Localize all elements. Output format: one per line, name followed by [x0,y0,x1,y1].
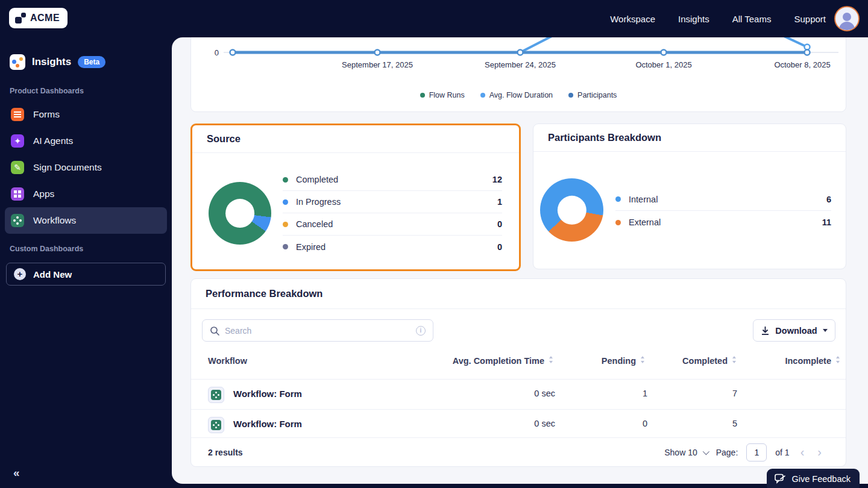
cell-pending: 1 [643,389,647,398]
top-nav: Workspace Insights All Teams Support [610,0,826,37]
plus-icon: + [14,268,26,280]
col-pending[interactable]: Pending [602,356,646,366]
workflows-icon [11,214,24,227]
source-row-in-progress: In Progress 1 [283,191,502,213]
table-header-row: Workflow Avg. Completion Time Pending Co… [191,356,846,379]
show-per-page-dropdown[interactable]: Show 10 [664,448,707,457]
search-box: i [202,319,433,342]
add-new-button[interactable]: + Add New [6,263,166,286]
legend-flow-runs[interactable]: Flow Runs [420,91,465,99]
participants-donut-chart [540,178,603,242]
col-incomplete[interactable]: Incomplete [785,356,841,366]
cell-avg-completion: 0 sec [534,389,555,398]
ai-agents-icon [11,134,24,148]
source-card: Source Completed 12 In Progress 1 Cancel… [190,124,521,271]
source-donut-chart [209,182,271,245]
nav-insights[interactable]: Insights [678,14,709,24]
flow-trends-chart-card: 0 September 17, 2025 September 24, 2025 … [190,37,846,112]
sign-documents-icon [11,161,24,174]
chevron-down-icon [823,329,828,332]
acme-logo-icon [15,13,26,23]
participants-card-title: Participants Breakdown [548,132,661,143]
avg-flow-duration-dot-icon [480,93,485,98]
sidebar-collapse-button[interactable]: « [13,466,20,480]
sidebar-item-forms[interactable]: Forms [5,101,167,128]
download-button[interactable]: Download [753,319,835,342]
acme-logo-text: ACME [30,13,60,23]
cell-completed: 7 [732,389,737,398]
in-progress-dot-icon [283,199,288,205]
sort-icon [835,356,841,364]
apps-icon [11,187,24,201]
nav-all-teams[interactable]: All Teams [732,14,772,24]
source-row-completed: Completed 12 [283,169,502,191]
search-input[interactable] [225,326,410,336]
insights-app-icon [10,54,25,70]
feedback-chat-icon [775,474,786,484]
x-tick-sep17: September 17, 2025 [342,60,413,69]
x-tick-oct1: October 1, 2025 [635,60,691,69]
sidebar-app-header: Insights Beta [0,37,172,76]
info-icon[interactable]: i [416,326,426,336]
y-axis-zero-label: 0 [215,48,219,57]
download-icon [761,326,770,336]
x-tick-oct8: October 8, 2025 [774,60,830,69]
col-completed[interactable]: Completed [682,356,737,366]
col-workflow[interactable]: Workflow [208,356,247,366]
page-number-input[interactable] [746,443,767,461]
legend-participants[interactable]: Participants [568,91,617,99]
workflow-row-icon [208,417,224,433]
acme-logo[interactable]: ACME [9,8,68,28]
table-row[interactable]: Workflow: Form 0 sec 0 5 [191,409,846,439]
pagination: Show 10 Page: of 1 ‹ › [664,443,824,461]
chart-legend: Flow Runs Avg. Flow Duration Participant… [191,91,846,99]
next-page-button[interactable]: › [815,445,824,459]
table-row[interactable]: Workflow: Form 0 sec 1 7 [191,379,846,409]
sidebar: Insights Beta Product Dashboards Forms A… [0,37,172,488]
nav-support[interactable]: Support [794,14,826,24]
x-tick-sep24: September 24, 2025 [485,60,556,69]
main-content: 0 September 17, 2025 September 24, 2025 … [172,37,868,484]
user-avatar[interactable] [834,6,860,31]
source-row-canceled: Canceled 0 [283,213,502,236]
col-avg-completion-time[interactable]: Avg. Completion Time [453,356,554,366]
line-chart: 0 [191,37,847,113]
cell-avg-completion: 0 sec [534,419,555,428]
source-legend-list: Completed 12 In Progress 1 Canceled 0 Ex… [283,169,502,258]
give-feedback-button[interactable]: Give Feedback [767,469,860,488]
workflow-row-icon [208,387,224,403]
source-card-title: Source [207,133,241,145]
cell-completed: 5 [732,419,737,428]
chevron-down-icon [702,448,709,454]
completed-dot-icon [283,177,288,183]
sidebar-item-workflows[interactable]: Workflows [5,207,167,234]
sort-icon [732,356,737,364]
performance-breakdown-card: Performance Breakdown i Download [190,278,846,467]
sidebar-item-apps[interactable]: Apps [5,181,167,207]
results-count: 2 results [208,448,243,457]
section-custom-dashboards: Custom Dashboards [0,234,172,259]
avatar-person-icon [843,13,851,21]
participants-row-external: External 11 [615,211,831,234]
previous-page-button[interactable]: ‹ [798,445,807,459]
beta-badge: Beta [78,56,105,68]
flow-runs-dot-icon [420,93,425,98]
participants-row-internal: Internal 6 [615,188,831,211]
section-product-dashboards: Product Dashboards [0,76,172,101]
cell-pending: 0 [643,419,647,428]
top-bar: ACME Workspace Insights All Teams Suppor… [0,0,868,37]
expired-dot-icon [283,244,288,249]
sidebar-app-title: Insights [32,56,71,68]
sort-icon [640,356,646,364]
participants-breakdown-card: Participants Breakdown Internal 6 Extern… [533,124,846,269]
sidebar-item-ai-agents[interactable]: AI Agents [5,128,167,154]
participants-dot-icon [568,93,573,98]
sidebar-item-sign-documents[interactable]: Sign Documents [5,154,167,181]
search-icon [210,326,219,336]
legend-avg-flow-duration[interactable]: Avg. Flow Duration [480,91,553,99]
participants-legend-list: Internal 6 External 11 [615,188,831,234]
app-screen: ACME Workspace Insights All Teams Suppor… [0,0,868,488]
performance-card-title: Performance Breakdown [206,288,322,299]
internal-dot-icon [615,196,621,202]
nav-workspace[interactable]: Workspace [610,14,655,24]
